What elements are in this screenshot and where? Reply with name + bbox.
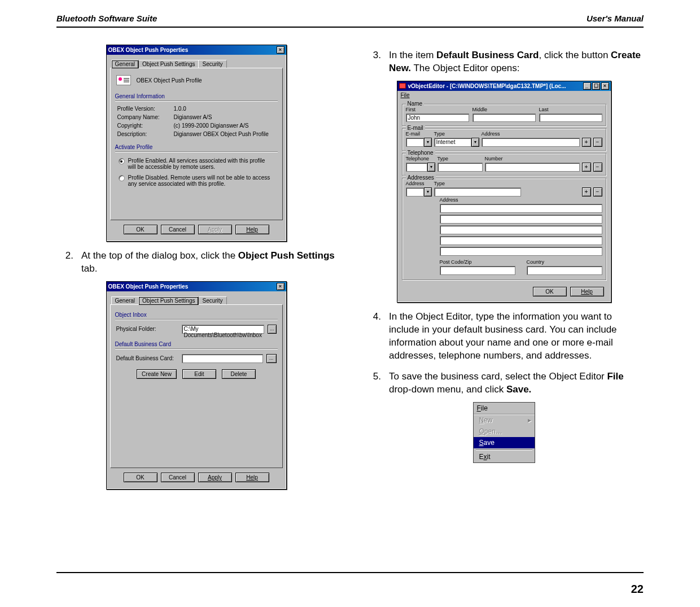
label-type: Type (434, 131, 479, 137)
header-left: Bluetooth Software Suite (56, 14, 157, 23)
remove-button[interactable]: − (593, 187, 602, 196)
label-company: Company Name: (117, 114, 174, 120)
group-addresses: Addresses (406, 174, 436, 181)
profile-icon (116, 75, 131, 85)
radio-profile-enabled[interactable] (119, 158, 125, 164)
menu-file[interactable]: File (474, 403, 535, 414)
group-default-business-card: Default Business Card (115, 341, 278, 347)
email-address-input[interactable] (482, 138, 580, 147)
add-button[interactable]: + (582, 187, 591, 196)
ok-button[interactable]: OK (124, 225, 158, 234)
group-name: Name (406, 101, 425, 107)
menu-item-save[interactable]: Save (474, 437, 535, 448)
menu-separator (476, 449, 532, 450)
radio-profile-disabled-label: Profile Disabled. Remote users will not … (128, 174, 274, 187)
menu-file[interactable]: File (397, 91, 611, 99)
group-object-inbox: Object Inbox (115, 312, 278, 318)
maximize-icon[interactable]: ☐ (592, 82, 600, 90)
help-button[interactable]: Help (570, 287, 604, 296)
middle-name-input[interactable] (473, 113, 536, 122)
telephone-number-input[interactable] (485, 163, 580, 172)
create-new-button[interactable]: Create New (137, 369, 177, 379)
close-icon[interactable]: × (277, 283, 285, 290)
address-line-input[interactable] (440, 215, 602, 224)
country-input[interactable] (527, 266, 602, 275)
header-right: User's Manual (587, 14, 644, 23)
cancel-button[interactable]: Cancel (161, 225, 195, 234)
minimize-icon[interactable]: _ (583, 82, 591, 90)
tab-general[interactable]: General (111, 296, 139, 304)
edit-button[interactable]: Edit (182, 369, 216, 379)
step-3: 3. In the item Default Business Card, cl… (364, 49, 644, 75)
value-company: Digianswer A/S (174, 114, 275, 120)
value-copyright: (c) 1999-2000 Digianswer A/S (174, 123, 275, 129)
label-postcode: Post Code/Zip (440, 259, 515, 265)
first-name-input[interactable]: John (406, 113, 469, 122)
address-type-input[interactable] (434, 187, 522, 196)
browse-button[interactable]: ... (266, 354, 277, 363)
value-description: Digianswer OBEX Object Push Profile (174, 131, 275, 137)
label-middle: Middle (473, 107, 536, 112)
help-button[interactable]: Help (235, 225, 269, 234)
ok-button[interactable]: OK (124, 473, 158, 482)
apply-button[interactable]: Apply (198, 473, 232, 482)
dropdown-icon[interactable]: ▾ (471, 138, 479, 147)
label-description: Description: (117, 131, 174, 137)
add-button[interactable]: + (582, 138, 591, 147)
telephone-index-input[interactable] (406, 163, 427, 172)
label-address: Address (406, 181, 432, 186)
dropdown-icon[interactable]: ▾ (424, 138, 432, 147)
ok-button[interactable]: OK (533, 287, 567, 296)
physical-folder-input[interactable]: C:\My Documents\Bluetooth\bw\Inbox (182, 325, 264, 334)
delete-button[interactable]: Delete (222, 369, 256, 379)
telephone-type-input[interactable] (438, 163, 483, 172)
remove-button[interactable]: − (593, 138, 602, 147)
group-email: E-mail (406, 125, 425, 131)
tab-general[interactable]: General (111, 60, 139, 68)
group-general-info: General Information (115, 93, 278, 99)
close-icon[interactable]: × (601, 82, 609, 90)
label-physical-folder: Physical Folder: (116, 326, 178, 332)
postcode-input[interactable] (440, 266, 515, 275)
address-line-input[interactable] (440, 236, 602, 245)
menu-item-new[interactable]: New▸ (474, 414, 535, 426)
dialog-title: vObjectEditor - [C:\WINDOWS\TEMP\dgaC132… (408, 83, 582, 89)
dialog-title: OBEX Object Push Properties (108, 283, 275, 290)
default-business-card-input[interactable] (182, 354, 263, 363)
address-line-input[interactable] (440, 204, 602, 213)
label-country: Country (527, 259, 602, 265)
add-button[interactable]: + (582, 163, 591, 172)
help-button[interactable]: Help (235, 473, 269, 482)
dropdown-icon[interactable]: ▾ (424, 187, 432, 196)
close-icon[interactable]: × (277, 46, 285, 54)
dialog-title: OBEX Object Push Properties (108, 47, 275, 53)
obex-properties-settings-dialog: OBEX Object Push Properties × General Ob… (106, 281, 287, 490)
email-type-input[interactable]: Internet (434, 138, 471, 147)
vobject-editor-dialog: vObjectEditor - [C:\WINDOWS\TEMP\dgaC132… (397, 81, 611, 303)
address-index-input[interactable] (406, 187, 424, 196)
step-4: 4. In the Object Editor, type the inform… (364, 311, 644, 363)
profile-label: OBEX Object Push Profile (137, 77, 202, 84)
cancel-button[interactable]: Cancel (161, 473, 195, 482)
label-version: Profile Version: (117, 106, 174, 112)
submenu-arrow-icon: ▸ (528, 416, 531, 424)
tab-object-push-settings[interactable]: Object Push Settings (138, 60, 199, 68)
menu-item-exit[interactable]: Exit (474, 451, 535, 462)
tab-security[interactable]: Security (198, 296, 226, 304)
menu-item-open[interactable]: Open… (474, 426, 535, 437)
tab-object-push-settings[interactable]: Object Push Settings (138, 296, 199, 305)
apply-button[interactable]: Apply (198, 225, 232, 234)
address-line-input[interactable] (440, 247, 602, 256)
last-name-input[interactable] (539, 113, 602, 122)
dropdown-icon[interactable]: ▾ (427, 163, 435, 172)
step-5: 5. To save the business card, select the… (364, 370, 644, 396)
address-line-input[interactable] (440, 225, 602, 234)
email-index-input[interactable] (406, 138, 424, 147)
label-telephone: Telephone (406, 156, 435, 161)
remove-button[interactable]: − (593, 163, 602, 172)
browse-button[interactable]: ... (268, 325, 277, 334)
label-copyright: Copyright: (117, 123, 174, 129)
radio-profile-disabled[interactable] (119, 175, 125, 181)
tab-security[interactable]: Security (198, 60, 226, 68)
obex-properties-general-dialog: OBEX Object Push Properties × General Ob… (106, 45, 287, 242)
